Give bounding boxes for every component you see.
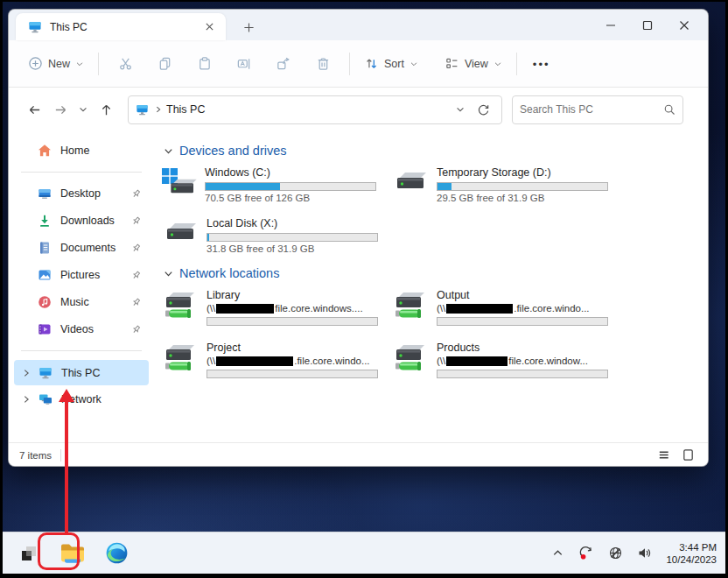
section-devices-and-drives[interactable]: Devices and drives [163, 144, 708, 158]
chevron-right-icon[interactable] [19, 368, 33, 378]
speaker-icon[interactable] [634, 543, 654, 564]
sidebar-item-label: Music [60, 296, 130, 308]
rename-button[interactable] [224, 51, 263, 76]
sidebar-item-label: Videos [60, 323, 130, 335]
drive-detail: 31.8 GB free of 31.9 GB [206, 243, 391, 254]
redacted-text [216, 356, 293, 366]
cut-button[interactable] [106, 51, 145, 76]
sidebar-item-pictures[interactable]: Pictures [12, 263, 150, 287]
forward-button[interactable] [47, 96, 74, 123]
annotation-highlight-box [38, 532, 80, 570]
unc-path: (\\file.core.windows.... [206, 302, 391, 314]
delete-button[interactable] [303, 51, 342, 76]
sidebar-item-downloads[interactable]: Downloads [12, 208, 150, 233]
details-view-icon[interactable] [654, 446, 673, 465]
sidebar-item-home[interactable]: Home [12, 138, 150, 163]
new-tab-button[interactable] [238, 18, 259, 37]
copy-icon [158, 56, 172, 71]
drive-temporary-d[interactable]: Temporary Storage (D:) 29.5 GB free of 3… [391, 166, 621, 203]
sidebar-item-label: This PC [61, 367, 144, 379]
edge-browser-button[interactable] [99, 536, 134, 571]
network-location-library[interactable]: Library (\\file.core.windows.... [161, 289, 391, 328]
sidebar-divider [21, 172, 142, 173]
address-bar[interactable]: This PC [128, 95, 502, 124]
chevron-down-icon [163, 268, 174, 279]
status-divider [60, 449, 61, 462]
maximize-button[interactable] [629, 10, 666, 40]
network-drive-icon [161, 291, 201, 321]
window-body: Home Desktop [9, 131, 708, 442]
sidebar-item-desktop[interactable]: Desktop [12, 181, 150, 206]
toolbar-divider [516, 53, 517, 75]
toolbar-divider [98, 53, 99, 75]
chevron-right-icon[interactable] [19, 394, 33, 405]
network-location-products[interactable]: Products (\\file.core.window... [391, 342, 621, 380]
tab-title: This PC [50, 21, 201, 33]
copy-button[interactable] [145, 51, 185, 76]
items-view: Devices and drives Windows (C:) 70.5 GB … [154, 131, 708, 442]
sidebar-item-documents[interactable]: Documents [12, 236, 150, 260]
pin-icon [130, 270, 142, 281]
sort-button[interactable]: Sort [357, 51, 425, 76]
downloads-icon [38, 214, 52, 228]
local-drive-icon [161, 219, 201, 242]
recent-locations-chevron[interactable] [74, 96, 93, 123]
drive-windows-c[interactable]: Windows (C:) 70.5 GB free of 126 GB [161, 166, 391, 203]
chevron-down-icon [163, 145, 174, 157]
sidebar-item-label: Documents [60, 242, 130, 254]
network-location-name: Output [437, 289, 621, 302]
music-icon [38, 295, 52, 309]
drive-local-x[interactable]: Local Disk (X:) 31.8 GB free of 31.9 GB [161, 217, 391, 254]
drive-detail: 70.5 GB free of 126 GB [205, 193, 391, 203]
drive-detail: 29.5 GB free of 31.9 GB [437, 193, 621, 203]
videos-icon [38, 322, 52, 336]
sync-alert-icon[interactable] [576, 543, 597, 564]
tab-close-icon[interactable] [201, 19, 217, 35]
pin-icon [130, 243, 142, 254]
refresh-icon[interactable] [472, 98, 494, 121]
close-button[interactable] [666, 10, 703, 40]
chevron-down-icon [494, 60, 502, 68]
globe-no-internet-icon[interactable] [605, 543, 626, 564]
taskbar-clock[interactable]: 3:44 PM 10/24/2023 [666, 541, 717, 566]
items-count: 7 items [19, 450, 52, 461]
sidebar-item-music[interactable]: Music [12, 290, 150, 314]
unc-path: (\\file.core.window... [437, 355, 621, 367]
status-bar: 7 items [9, 442, 708, 467]
documents-icon [38, 241, 52, 255]
pictures-icon [38, 268, 52, 282]
new-button[interactable]: New [21, 51, 91, 76]
breadcrumb-separator-icon [154, 105, 163, 114]
sidebar-item-this-pc[interactable]: This PC [14, 360, 149, 385]
windows-drive-icon [161, 168, 200, 196]
network-drive-icon [391, 291, 431, 321]
search-input[interactable] [520, 103, 663, 116]
breadcrumb-this-pc[interactable]: This PC [166, 103, 205, 116]
sidebar-item-videos[interactable]: Videos [12, 317, 150, 342]
address-dropdown-chevron[interactable] [449, 98, 472, 121]
network-location-output[interactable]: Output (\\.file.core.windo... [391, 289, 621, 328]
toolbar-divider [349, 53, 350, 75]
network-location-name: Products [437, 342, 621, 355]
capacity-bar [437, 182, 608, 191]
view-button[interactable]: View [438, 51, 509, 76]
capacity-bar [205, 182, 376, 191]
share-button[interactable] [263, 51, 303, 76]
large-thumbnails-view-icon[interactable] [678, 446, 697, 465]
address-row: This PC [9, 88, 708, 131]
section-network-locations[interactable]: Network locations [163, 266, 708, 280]
capacity-bar [437, 317, 608, 326]
tab-this-pc[interactable]: This PC [16, 13, 226, 40]
section-title: Devices and drives [179, 144, 287, 158]
paste-button[interactable] [185, 51, 224, 76]
more-options-button[interactable]: ••• [524, 56, 559, 72]
minimize-button[interactable] [592, 10, 629, 40]
back-button[interactable] [21, 96, 47, 123]
sidebar-item-network[interactable]: Network [14, 386, 149, 412]
network-location-project[interactable]: Project (\\.file.core.windo... [161, 342, 391, 380]
section-title: Network locations [179, 266, 279, 280]
network-grid: Library (\\file.core.windows.... Output … [161, 289, 708, 380]
hidden-icons-chevron-icon[interactable] [547, 543, 568, 564]
network-location-name: Project [206, 342, 391, 355]
up-button[interactable] [93, 96, 119, 123]
